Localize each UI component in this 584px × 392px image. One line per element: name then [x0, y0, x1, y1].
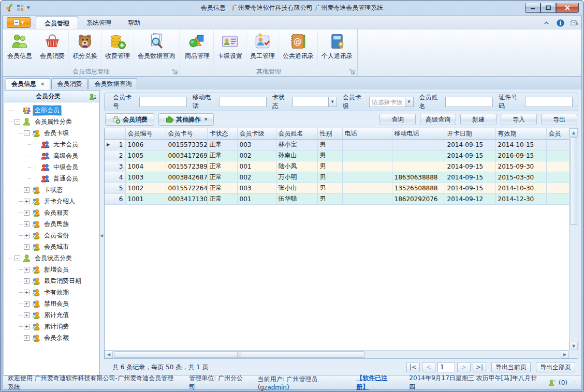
grid-cell[interactable]: 2014-09-15 [445, 183, 495, 193]
grid-cell[interactable] [342, 183, 392, 193]
tree-item-会员余额[interactable]: +会员余额 [7, 332, 99, 343]
table-row[interactable]: 510020015572264正常003张小山男135265088882014-… [105, 183, 569, 193]
dialog-launcher-icon[interactable] [172, 69, 178, 74]
grid-cell[interactable]: 003 [237, 139, 276, 150]
collapse-icon[interactable]: - [24, 130, 30, 136]
grid-cell[interactable]: 2014-10-30 [495, 183, 546, 193]
search-combo-卡状态[interactable]: ▼ [293, 97, 337, 107]
grid-cell[interactable]: 0003417269 [166, 150, 207, 161]
table-row[interactable]: 410030003842687正常002万小明男186306388882014-… [105, 172, 569, 183]
ribbon-button-个人通讯录[interactable]: 个人通讯录 [318, 31, 356, 67]
toolbar-button-新建[interactable]: 新建 [460, 114, 497, 125]
horizontal-scroll-thumb[interactable]: ||| [114, 351, 364, 358]
grid-cell[interactable]: 2015-09-30 [495, 161, 546, 172]
grid-cell[interactable]: 1005 [125, 150, 166, 161]
search-input-移动电话[interactable] [219, 97, 267, 107]
export-all-pages-button[interactable]: 导出全部页 [536, 362, 575, 372]
scroll-left-icon[interactable]: ◀ [105, 351, 113, 358]
column-header-会员姓名[interactable]: 会员姓名 [276, 128, 317, 139]
scroll-down-icon[interactable]: ▼ [570, 342, 578, 350]
ribbon-tab-帮助[interactable]: 帮助 [120, 17, 149, 29]
tab-close-icon[interactable]: ✕ [40, 81, 45, 87]
grid-cell[interactable]: 001 [237, 161, 276, 172]
tree-item-最后消费日期[interactable]: +最后消费日期 [7, 275, 99, 287]
column-header-卡状态[interactable]: 卡状态 [207, 128, 237, 139]
ribbon-button-员工管理[interactable]: 员工管理 [246, 31, 279, 67]
expand-icon[interactable]: + [24, 210, 30, 216]
grid-cell[interactable] [342, 139, 392, 150]
expand-icon[interactable]: + [24, 312, 30, 318]
grid-cell[interactable]: 男 [317, 139, 342, 150]
grid-cell[interactable]: 002 [237, 150, 276, 161]
grid-cell[interactable]: 林小宝 [276, 139, 317, 150]
grid-cell[interactable]: 正常 [207, 150, 237, 161]
table-row[interactable]: 610010003417130正常001伍华聪男186202920762014-… [105, 193, 569, 204]
grid-cell[interactable]: 1002 [125, 183, 166, 193]
ribbon-tab-系统管理[interactable]: 系统管理 [78, 17, 120, 29]
page-number-input[interactable] [437, 362, 455, 372]
table-row[interactable]: 210050003417269正常002孙南山男2014-09-152016-0… [105, 150, 569, 161]
mail-icon[interactable] [571, 19, 578, 27]
tree-item-中级会员[interactable]: +中级会员 [7, 161, 99, 173]
search-input-会员卡号[interactable] [139, 97, 187, 107]
expand-icon[interactable]: + [24, 267, 30, 273]
ribbon-tab-会员管理[interactable]: 会员管理 [36, 17, 78, 29]
collapse-icon[interactable]: - [14, 255, 20, 261]
column-header-开卡日期[interactable]: 开卡日期 [445, 128, 495, 139]
grid-cell[interactable]: 陆小凤 [276, 161, 317, 172]
grid-cell[interactable]: 男 [317, 150, 342, 161]
grid-cell[interactable] [546, 193, 569, 204]
search-input-证件号码[interactable] [525, 97, 573, 107]
column-header-会员卡级[interactable]: 会员卡级 [237, 128, 276, 139]
ribbon-button-积分兑换[interactable]: 积分兑换 [69, 31, 101, 67]
grid-cell[interactable] [546, 161, 569, 172]
grid-cell[interactable]: 孙南山 [276, 150, 317, 161]
grid-cell[interactable]: 男 [317, 172, 342, 183]
grid-cell[interactable]: 正常 [207, 172, 237, 183]
grid-cell[interactable]: 18620292076 [392, 193, 445, 204]
chevron-down-icon[interactable]: ▼ [328, 97, 337, 107]
next-page-button[interactable]: > [457, 362, 471, 372]
grid-cell[interactable] [392, 150, 445, 161]
grid-cell[interactable]: 0003417130 [166, 193, 207, 204]
grid-cell[interactable]: 1006 [125, 139, 166, 150]
toolbar-button-其他操作[interactable]: 其他操作▼ [158, 113, 214, 126]
grid-cell[interactable] [546, 139, 569, 150]
grid-cell[interactable] [546, 183, 569, 193]
grid-cell[interactable]: 1004 [125, 161, 166, 172]
grid-cell[interactable]: 2016-09-15 [495, 150, 546, 161]
grid-cell[interactable] [342, 161, 392, 172]
grid-cell[interactable]: 0015572389 [166, 161, 207, 172]
ribbon-button-会员信息[interactable]: 会员信息 [4, 31, 36, 67]
column-header-会员卡号[interactable]: 会员卡号 [166, 128, 207, 139]
collapse-ribbon-icon[interactable] [543, 19, 550, 27]
member-list-icon[interactable] [89, 93, 96, 100]
doc-tab-会员消费[interactable]: 会员消费 [51, 78, 87, 89]
tree-item-会员属性分类[interactable]: -会员属性分类 [7, 116, 99, 127]
collapse-icon[interactable]: - [14, 119, 20, 125]
toolbar-button-查询[interactable]: 查询 [379, 114, 416, 125]
grid-cell[interactable]: 正常 [207, 161, 237, 172]
column-header-会员[interactable]: 会员 [546, 128, 569, 139]
tree-item-卡有效期[interactable]: +卡有效期 [7, 287, 99, 298]
expand-icon[interactable]: + [24, 199, 30, 204]
grid-cell[interactable]: 2014-09-12 [445, 193, 495, 204]
grid-cell[interactable]: 正常 [207, 183, 237, 193]
grid-cell[interactable]: 2014-09-15 [445, 150, 495, 161]
doc-tab-会员信息[interactable]: 会员信息✕ [6, 78, 50, 89]
grid-cell[interactable] [546, 172, 569, 183]
expand-icon[interactable]: + [24, 290, 30, 295]
tree-item-会员省份[interactable]: +会员省份 [7, 230, 99, 241]
grid-cell[interactable] [546, 150, 569, 161]
search-input-会员姓名[interactable] [445, 97, 493, 107]
resize-grip[interactable]: ⋰ [571, 380, 576, 386]
grid-cell[interactable]: 正常 [207, 193, 237, 204]
ribbon-button-卡级设置[interactable]: 卡级设置 [214, 31, 246, 67]
expand-icon[interactable]: + [24, 187, 30, 193]
grid-cell[interactable]: 2014-09-15 [445, 172, 495, 183]
window-switch-icon[interactable] [16, 4, 24, 12]
grid-cell[interactable]: 张小山 [276, 183, 317, 193]
grid-cell[interactable]: 男 [317, 183, 342, 193]
grid-cell[interactable]: 男 [317, 161, 342, 172]
ribbon-button-会员消费[interactable]: 会员消费 [36, 31, 69, 67]
